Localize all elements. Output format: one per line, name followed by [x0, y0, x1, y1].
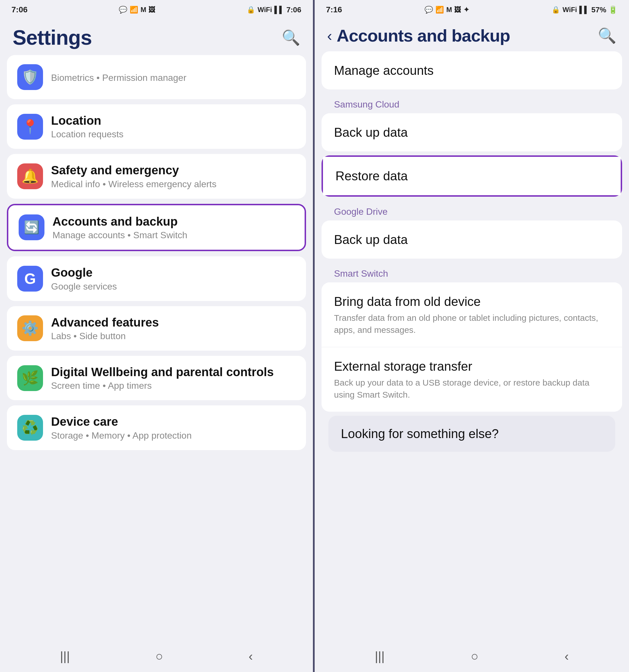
google-backup-item[interactable]: Back up data — [322, 220, 622, 259]
whatsapp-icon-r: 💬 — [424, 6, 433, 14]
smart-switch-label: Smart Switch — [322, 263, 622, 282]
manage-accounts-item[interactable]: Manage accounts — [322, 51, 622, 90]
advanced-card: ⚙️ Advanced features Labs • Side button — [7, 306, 306, 351]
digital-item[interactable]: 🌿 Digital Wellbeing and parental control… — [7, 356, 306, 400]
looking-card[interactable]: Looking for something else? — [328, 416, 615, 452]
location-title: Location — [51, 114, 296, 128]
google-subtitle: Google services — [51, 281, 296, 292]
google-title: Google — [51, 265, 296, 280]
back-arrow-button[interactable]: ‹ — [327, 27, 332, 44]
biometrics-item[interactable]: 🛡️ Biometrics • Permission manager — [7, 55, 306, 99]
bring-data-sub: Transfer data from an old phone or table… — [334, 312, 610, 336]
accounts-search-icon[interactable]: 🔍 — [598, 27, 616, 44]
google-backup-title: Back up data — [334, 231, 408, 248]
location-card: 📍 Location Location requests — [7, 104, 306, 149]
smart-switch-card: Bring data from old device Transfer data… — [322, 282, 622, 412]
left-panel: 7:06 💬 📶 M 🖼 🔒 WiFi ▌▌ 7:06 Settings 🔍 🛡… — [0, 0, 314, 672]
accounts-item[interactable]: 🔄 Accounts and backup Manage accounts • … — [8, 205, 305, 250]
signal-icon-r: 📶 — [435, 6, 444, 14]
right-panel: 7:16 💬 📶 M 🖼 ✦ 🔒 WiFi ▌▌ 57% 🔋 ‹ Account… — [314, 0, 629, 672]
backup-data-item[interactable]: Back up data — [322, 113, 622, 151]
device-text: Device care Storage • Memory • App prote… — [51, 414, 296, 441]
device-subtitle: Storage • Memory • App protection — [51, 430, 296, 441]
status-right-right: 🔒 WiFi ▌▌ 57% 🔋 — [552, 5, 618, 14]
digital-text: Digital Wellbeing and parental controls … — [51, 365, 296, 391]
accounts-text: Accounts and backup Manage accounts • Sm… — [52, 214, 294, 241]
home-button-right[interactable]: ○ — [471, 649, 479, 664]
status-right-left: 🔒 WiFi ▌▌ 7:06 — [247, 5, 301, 14]
google-drive-card: Back up data — [322, 220, 622, 259]
wifi-icon-r: WiFi — [562, 6, 577, 14]
device-item[interactable]: ♻️ Device care Storage • Memory • App pr… — [7, 405, 306, 450]
status-time-right: 7:16 — [326, 5, 342, 14]
nav-bar-right: ||| ○ ‹ — [314, 641, 629, 672]
back-button-right[interactable]: ‹ — [564, 649, 569, 664]
location-item[interactable]: 📍 Location Location requests — [7, 104, 306, 149]
home-button-left[interactable]: ○ — [156, 649, 163, 664]
restore-data-item[interactable]: Restore data — [323, 157, 621, 195]
gallery-icon: 🖼 — [148, 6, 156, 14]
accounts-title: Accounts and backup — [52, 214, 294, 229]
external-storage-item[interactable]: External storage transfer Back up your d… — [322, 347, 622, 412]
lock-icon-r: 🔒 — [552, 6, 560, 14]
status-icons-left: 💬 📶 M 🖼 — [119, 6, 156, 14]
biometrics-card: 🛡️ Biometrics • Permission manager — [7, 55, 306, 99]
advanced-title: Advanced features — [51, 315, 296, 330]
location-text: Location Location requests — [51, 114, 296, 140]
accounts-header: ‹ Accounts and backup 🔍 — [314, 17, 629, 51]
digital-title: Digital Wellbeing and parental controls — [51, 365, 296, 379]
recents-button-left[interactable]: ||| — [60, 649, 70, 664]
location-subtitle: Location requests — [51, 129, 296, 140]
accounts-icon: 🔄 — [19, 214, 44, 240]
device-card: ♻️ Device care Storage • Memory • App pr… — [7, 405, 306, 450]
accounts-subtitle: Manage accounts • Smart Switch — [52, 230, 294, 241]
samsung-cloud-card: Back up data — [322, 113, 622, 151]
status-bar-left: 7:06 💬 📶 M 🖼 🔒 WiFi ▌▌ 7:06 — [0, 0, 313, 17]
google-text: Google Google services — [51, 265, 296, 292]
wifi-icon: WiFi — [258, 6, 272, 14]
mail-icon: M — [141, 6, 146, 14]
accounts-header-title: Accounts and backup — [337, 26, 510, 46]
battery-left: 7:06 — [286, 5, 301, 14]
biometrics-subtitle: Biometrics • Permission manager — [51, 73, 296, 83]
back-button-left[interactable]: ‹ — [249, 649, 253, 664]
signal-bars-icon-r: ▌▌ — [579, 6, 589, 14]
google-drive-label: Google Drive — [322, 201, 622, 220]
samsung-cloud-label: Samsung Cloud — [322, 93, 622, 113]
settings-title: Settings — [13, 26, 92, 49]
bring-data-item[interactable]: Bring data from old device Transfer data… — [322, 282, 622, 347]
restore-data-title: Restore data — [335, 168, 408, 184]
device-icon: ♻️ — [17, 415, 43, 441]
manage-accounts-text: Manage accounts — [334, 62, 610, 78]
safety-icon: 🔔 — [17, 163, 43, 189]
advanced-item[interactable]: ⚙️ Advanced features Labs • Side button — [7, 306, 306, 351]
location-icon: 📍 — [17, 114, 43, 140]
extra-icon-r: ✦ — [464, 6, 469, 14]
looking-text: Looking for something else? — [341, 427, 603, 441]
restore-data-card: Restore data — [322, 155, 622, 196]
backup-data-title: Back up data — [334, 124, 408, 141]
digital-subtitle: Screen time • App timers — [51, 380, 296, 391]
manage-accounts-title: Manage accounts — [334, 62, 610, 78]
settings-search-icon[interactable]: 🔍 — [282, 29, 300, 46]
battery-right: 57% 🔋 — [591, 5, 618, 14]
whatsapp-icon: 💬 — [119, 6, 127, 14]
status-icons-right: 💬 📶 M 🖼 ✦ — [424, 6, 469, 14]
mail-icon-r: M — [446, 6, 452, 14]
signal-icon: 📶 — [130, 6, 138, 14]
signal-bars-icon: ▌▌ — [274, 6, 284, 14]
external-storage-title: External storage transfer — [334, 358, 610, 375]
accounts-card: 🔄 Accounts and backup Manage accounts • … — [7, 204, 306, 251]
safety-item[interactable]: 🔔 Safety and emergency Medical info • Wi… — [7, 154, 306, 198]
biometrics-icon: 🛡️ — [17, 64, 43, 90]
biometrics-text: Biometrics • Permission manager — [51, 71, 296, 83]
safety-title: Safety and emergency — [51, 163, 296, 177]
nav-bar-left: ||| ○ ‹ — [0, 641, 313, 672]
recents-button-right[interactable]: ||| — [375, 649, 385, 664]
google-icon: G — [17, 266, 43, 292]
digital-card: 🌿 Digital Wellbeing and parental control… — [7, 356, 306, 400]
advanced-text: Advanced features Labs • Side button — [51, 315, 296, 341]
google-item[interactable]: G Google Google services — [7, 256, 306, 301]
screenshot-icon: 🔒 — [247, 6, 255, 14]
status-time-left: 7:06 — [11, 5, 27, 14]
